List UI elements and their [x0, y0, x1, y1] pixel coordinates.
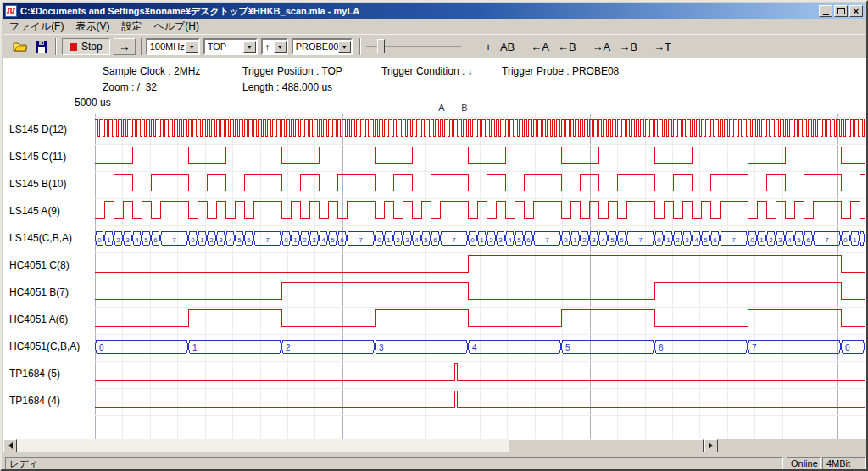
chevron-down-icon[interactable]: ▼ — [243, 41, 256, 53]
goto-cursor-a-left-button[interactable]: ←A — [526, 40, 554, 54]
zoom-slider-thumb[interactable] — [377, 39, 385, 53]
trigger-edge-combo[interactable]: ↑ ▼ — [261, 38, 288, 55]
wave-channel-4-value: 1 — [666, 236, 670, 244]
wave-channel-4-value: 7 — [452, 236, 456, 244]
channel-label: LS145 D(12) — [9, 123, 67, 136]
goto-cursor-a-right-button[interactable]: →A — [588, 40, 615, 54]
stop-label: Stop — [81, 41, 103, 53]
zoom-out-button[interactable]: − — [466, 40, 481, 54]
open-button[interactable] — [9, 37, 31, 56]
wave-channel-8-segment — [654, 340, 748, 353]
wave-channel-8-value: 0 — [99, 343, 104, 352]
channel-label: TP1684 (4) — [9, 394, 60, 407]
minimize-icon — [823, 14, 829, 15]
wave-channel-4-value: 2 — [769, 236, 773, 244]
channel-label: TP1684 (5) — [9, 367, 60, 380]
wave-channel-4-value: 1 — [853, 236, 857, 244]
wave-channel-4-value: 0 — [97, 236, 102, 244]
wave-channel-4-value: 7 — [545, 236, 549, 244]
wave-channel-4-value: 4 — [787, 236, 792, 244]
maximize-icon — [837, 8, 845, 14]
wave-channel-4-value: 6 — [340, 236, 344, 244]
chevron-down-icon[interactable]: ▼ — [186, 41, 198, 53]
minimize-button[interactable] — [819, 5, 832, 17]
close-button[interactable]: × — [849, 5, 863, 17]
trigger-position-combo[interactable]: TOP ▼ — [203, 38, 258, 55]
chevron-down-icon[interactable]: ▼ — [274, 41, 287, 53]
menu-settings[interactable]: 設定 — [115, 19, 147, 35]
wave-channel-4-value: 6 — [713, 236, 717, 244]
wave-channel-4-value: 2 — [209, 236, 214, 244]
status-memory: 4MBit — [822, 457, 866, 470]
channel-label: LS145(C,B,A) — [9, 231, 72, 245]
stop-button[interactable]: Stop — [62, 38, 110, 55]
zoom-slider[interactable] — [366, 37, 461, 56]
wave-channel-4-value: 0 — [470, 236, 475, 244]
wave-channel-4-value: 4 — [321, 236, 326, 244]
titlebar: C:¥Documents and Settings¥noname¥デスクトップ¥… — [3, 3, 865, 19]
toolbar-separator — [141, 38, 142, 55]
zoom-ab-button[interactable]: AB — [496, 40, 519, 54]
wave-channel-4-value: 2 — [489, 236, 493, 244]
chevron-down-icon[interactable]: ▼ — [338, 41, 351, 53]
menu-file[interactable]: ファイル(F) — [3, 19, 70, 35]
scrollbar-thumb[interactable] — [509, 439, 704, 452]
wave-channel-8-value: 5 — [565, 343, 570, 352]
wave-channel-8-value: 4 — [472, 343, 477, 352]
wave-channel-4-value: 1 — [107, 236, 111, 244]
wave-channel-8-value: 2 — [286, 343, 291, 352]
zoom-in-button[interactable]: + — [481, 40, 496, 54]
toolbar-separator — [359, 38, 361, 55]
wave-channel-4-value: 4 — [415, 236, 419, 244]
wave-channel-4-value: 7 — [172, 236, 176, 244]
wave-channel-4-value: 0 — [750, 236, 754, 244]
menu-view[interactable]: 表示(V) — [70, 19, 115, 35]
wave-channel-4-value: 1 — [760, 236, 764, 244]
app-window: C:¥Documents and Settings¥noname¥デスクトップ¥… — [0, 0, 868, 471]
cursor-b-label: B — [461, 103, 467, 113]
channel-label: HC4051(C,B,A) — [9, 340, 80, 353]
wave-channel-8-value: 0 — [845, 343, 850, 352]
wave-channel-4-value: 5 — [237, 236, 242, 244]
waveform-client: 0123456701234567012345670123456701234567… — [3, 58, 868, 439]
wave-channel-4-value: 0 — [377, 236, 381, 244]
wave-channel-4-value: 3 — [125, 236, 130, 244]
scroll-right-button[interactable] — [704, 439, 718, 452]
wave-channel-4-value: 3 — [778, 236, 782, 244]
wave-channel-4-segment — [860, 231, 865, 245]
wave-channel-4-value: 2 — [303, 236, 307, 244]
sample-rate-combo[interactable]: 100MHz ▼ — [146, 38, 200, 55]
horizontal-scrollbar[interactable] — [3, 439, 718, 452]
wave-channel-4-value: 0 — [284, 236, 288, 244]
channel-label: LS145 A(9) — [9, 204, 60, 218]
wave-channel-4-value: 5 — [331, 236, 335, 244]
cursor-a-label: A — [438, 103, 445, 113]
length-text: Length : 488.000 us — [242, 81, 332, 93]
wave-channel-8-segment — [281, 340, 375, 353]
save-button[interactable] — [31, 37, 52, 56]
probe-combo[interactable]: PROBE00 ▼ — [292, 38, 353, 55]
goto-trigger-button[interactable]: →T — [649, 40, 676, 54]
wave-channel-4-value: 0 — [564, 236, 568, 244]
maximize-button[interactable] — [834, 5, 848, 17]
wave-channel-8-value: 3 — [379, 343, 384, 352]
wave-channel-4-value: 5 — [797, 236, 801, 244]
channel-label: LS145 C(11) — [9, 150, 66, 163]
wave-channel-4-value: 5 — [144, 236, 148, 244]
menu-help[interactable]: ヘルプ(H) — [147, 19, 205, 35]
timebase-text: 5000 us — [75, 97, 111, 108]
trigger-position-value: TOP — [205, 42, 243, 52]
wave-channel-4-value: 7 — [638, 236, 643, 244]
waveform-plot[interactable]: 0123456701234567012345670123456701234567… — [3, 58, 868, 439]
wave-channel-4-value: 4 — [135, 236, 139, 244]
sample-clock-text: Sample Clock : 2MHz — [103, 65, 200, 77]
trigger-position-text: Trigger Position : TOP — [242, 65, 342, 77]
trigger-probe-text: Trigger Probe : PROBE08 — [502, 65, 619, 77]
wave-channel-4-value: 4 — [508, 236, 512, 244]
goto-cursor-b-right-button[interactable]: →B — [615, 40, 642, 54]
goto-cursor-b-left-button[interactable]: ←B — [554, 40, 581, 54]
arrow-right-icon — [709, 442, 716, 449]
run-button[interactable]: → — [114, 38, 136, 55]
open-folder-icon — [13, 41, 28, 53]
scroll-left-button[interactable] — [3, 439, 17, 452]
